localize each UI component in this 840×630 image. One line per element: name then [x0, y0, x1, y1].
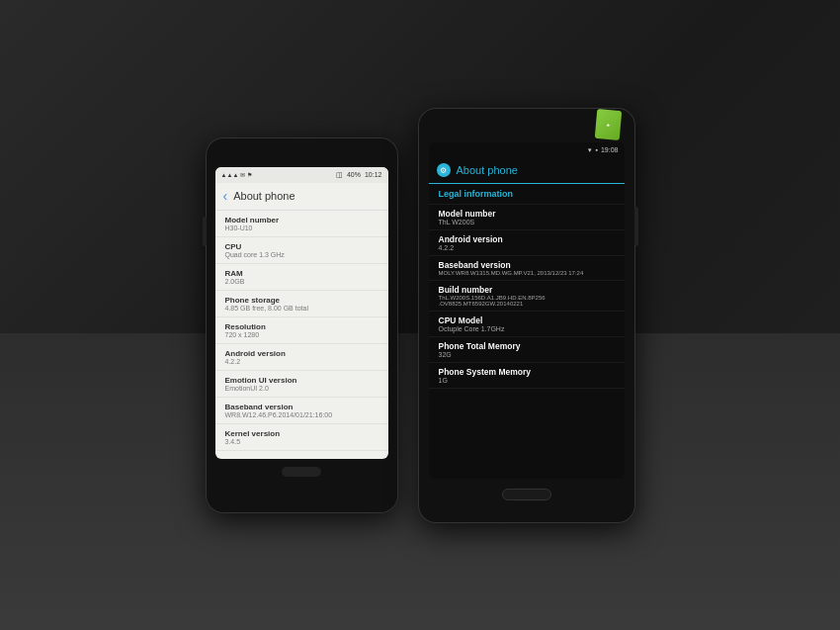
list-item: Kernel version 3.4.5 — [215, 424, 388, 451]
row-value: Octuple Core 1.7GHz — [439, 325, 615, 332]
row-label: Baseband version — [225, 403, 378, 411]
list-item: Android version 4.2.2 — [429, 230, 625, 256]
row-label: Phone Total Memory — [439, 341, 615, 351]
row-label: Phone System Memory — [439, 367, 615, 377]
wifi-icon: ▾ — [588, 146, 592, 154]
row-value: 4.2.2 — [225, 358, 378, 365]
home-button-right[interactable] — [502, 489, 551, 500]
row-value: 32G — [439, 351, 615, 358]
battery-icon: ◫ — [336, 171, 343, 179]
list-item: Phone storage 4.85 GB free, 8.00 GB tota… — [215, 291, 388, 317]
time-right: 19:08 — [601, 146, 619, 153]
sticker: ★ — [594, 108, 622, 139]
header-left: ‹ About phone — [215, 183, 388, 211]
content-left: Model number H30-U10 CPU Quad core 1.3 G… — [215, 211, 388, 459]
settings-icon: ⚙ — [437, 163, 451, 177]
page-title-left: About phone — [233, 190, 294, 202]
notification-icons: ✉ ⚑ — [240, 171, 252, 178]
row-label: Kernel version — [225, 429, 378, 438]
row-value: 1G — [439, 377, 615, 384]
list-item: Emotion UI version EmotionUI 2.0 — [215, 371, 388, 398]
row-label: Android version — [439, 234, 615, 244]
battery-level: 40% — [347, 171, 361, 178]
status-bar-left: ▲▲▲ ✉ ⚑ ◫ 40% 10:12 — [215, 167, 388, 183]
row-label: Model number — [225, 216, 378, 225]
row-value: Quad core 1.3 GHz — [225, 251, 378, 258]
home-button[interactable] — [282, 467, 321, 477]
row-label: RAM — [225, 269, 378, 278]
list-item: Model number ThL W200S — [429, 205, 625, 230]
sticker-text: ★ — [606, 121, 611, 127]
list-item: Phone System Memory 1G — [429, 363, 625, 389]
row-value: WR8.W12.46.P6.2014/01/21:16:00 — [225, 411, 378, 418]
page-title-right: About phone — [457, 164, 518, 176]
list-item: Resolution 720 x 1280 — [215, 317, 388, 344]
content-right: Legal information Model number ThL W200S… — [429, 184, 625, 479]
time-left: 10:12 — [365, 171, 382, 178]
row-value: 2.0GB — [225, 278, 378, 285]
list-item: Phone Total Memory 32G — [429, 337, 625, 363]
row-label: CPU — [225, 242, 378, 251]
list-item: Android version 4.2.2 — [215, 344, 388, 371]
row-value: H30-U10 — [225, 225, 378, 231]
row-value: 720 x 1280 — [225, 331, 378, 338]
section-header: Legal information — [429, 184, 625, 205]
row-label: CPU Model — [439, 315, 615, 325]
status-icons-right: ▾ ▪ 19:08 — [588, 146, 618, 154]
row-label: Resolution — [225, 322, 378, 331]
phone-left: ▲▲▲ ✉ ⚑ ◫ 40% 10:12 ‹ About phone — [206, 137, 398, 513]
status-right: ◫ 40% 10:12 — [336, 171, 382, 179]
row-label: Build number — [439, 285, 615, 295]
row-value: EmotionUI 2.0 — [225, 385, 378, 392]
screen-left: ▲▲▲ ✉ ⚑ ◫ 40% 10:12 ‹ About phone — [215, 167, 388, 459]
list-item: Baseband version WR8.W12.46.P6.2014/01/2… — [215, 398, 388, 424]
header-right: ⚙ About phone — [429, 158, 625, 184]
list-item: CPU Model Octuple Core 1.7GHz — [429, 312, 625, 337]
photo-background: ▲▲▲ ✉ ⚑ ◫ 40% 10:12 ‹ About phone — [0, 0, 840, 630]
list-item: RAM 2.0GB — [215, 264, 388, 291]
row-value: ThL W200S — [439, 219, 615, 225]
list-item: Baseband version MOLY.WR8.W1315.MD.WG.MP… — [429, 256, 625, 281]
row-label: Model number — [439, 209, 615, 219]
row-value: MOLY.WR8.W1315.MD.WG.MP.V21, 2013/12/23 … — [439, 270, 615, 276]
row-label: Baseband version — [439, 260, 615, 270]
list-item: Build number ThL.W200S.156D.A1.JB9.HD.EN… — [429, 281, 625, 312]
back-button[interactable]: ‹ — [223, 188, 228, 204]
row-value: 4.2.2 — [439, 244, 615, 251]
signal-icon: ▲▲▲ — [221, 172, 239, 178]
status-icons-left: ▲▲▲ ✉ ⚑ — [221, 171, 253, 178]
phone-right: ★ ▾ ▪ 19:08 ⚙ About phone — [418, 108, 635, 523]
screen-right: ▾ ▪ 19:08 ⚙ About phone Legal informatio… — [429, 142, 625, 479]
list-item: Model number H30-U10 — [215, 211, 388, 237]
row-label: Emotion UI version — [225, 376, 378, 385]
row-value: 4.85 GB free, 8.00 GB total — [225, 305, 378, 312]
gear-icon: ⚙ — [440, 166, 447, 175]
row-value: 3.4.5 — [225, 438, 378, 445]
row-value: ThL.W200S.156D.A1.JB9.HD.EN.8P256 .OV882… — [439, 295, 615, 307]
power-button — [634, 207, 638, 246]
volume-button-left — [203, 217, 207, 246]
status-bar-right: ▾ ▪ 19:08 — [429, 142, 625, 158]
list-item: CPU Quad core 1.3 GHz — [215, 237, 388, 264]
row-label: Phone storage — [225, 296, 378, 305]
row-label: Android version — [225, 349, 378, 358]
battery-icon-right: ▪ — [595, 146, 597, 153]
